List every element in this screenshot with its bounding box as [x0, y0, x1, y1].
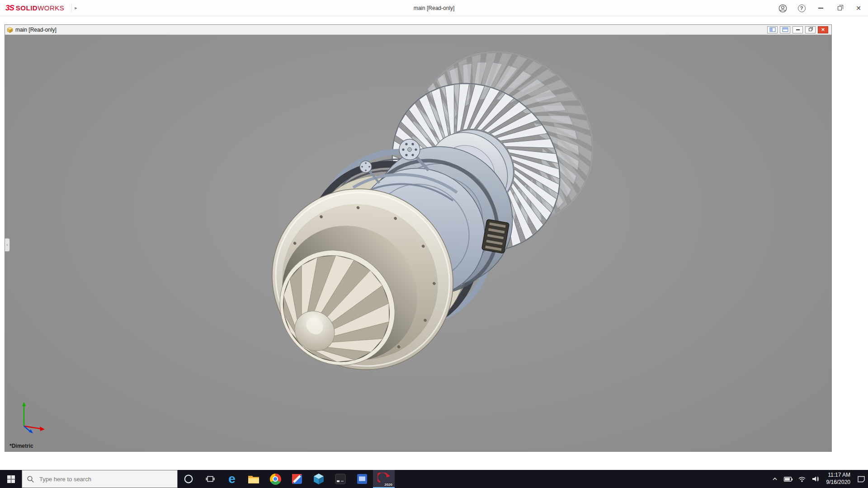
- split-window-icon: [782, 27, 788, 32]
- ds-logo-mark: 3S: [5, 4, 14, 13]
- help-icon: ?: [798, 5, 806, 12]
- z-axis-arrow: [29, 429, 33, 433]
- cortana-icon: [184, 474, 193, 484]
- tile-window-button[interactable]: [767, 26, 778, 33]
- help-button[interactable]: ?: [792, 0, 811, 16]
- edge-icon[interactable]: e: [221, 470, 243, 488]
- search-input[interactable]: [22, 470, 177, 488]
- chevron-up-icon: [771, 476, 778, 482]
- solidworks-version-badge: 2020: [384, 483, 392, 487]
- system-tray: 11:17 AM 9/16/2020: [768, 470, 868, 488]
- task-view-button[interactable]: [199, 470, 221, 488]
- view-orientation-label: *Dimetric: [9, 443, 33, 449]
- start-button[interactable]: [0, 470, 22, 488]
- user-icon: [778, 4, 787, 13]
- menu-flyout-arrow-icon[interactable]: ▸: [71, 4, 80, 12]
- doc-restore-icon: [809, 28, 812, 31]
- tray-date: 9/16/2020: [826, 479, 850, 486]
- app-icon-misc[interactable]: [286, 470, 308, 488]
- wifi-icon: [798, 475, 806, 483]
- x-axis-arrow: [40, 427, 45, 431]
- app-icon-blue[interactable]: [351, 470, 373, 488]
- orientation-triad: [15, 398, 53, 436]
- document-window-controls: ✕: [767, 26, 830, 33]
- part-document-icon: [7, 27, 13, 33]
- app-icon-dark[interactable]: [330, 470, 351, 488]
- cortana-button[interactable]: [178, 470, 199, 488]
- app-window-controls: ? ✕: [773, 0, 868, 16]
- folder-icon: [248, 474, 259, 484]
- action-center-icon: [857, 475, 865, 483]
- misc-app-icon: [292, 474, 302, 484]
- battery-tray-button[interactable]: [782, 470, 795, 488]
- network-tray-button[interactable]: [795, 470, 809, 488]
- cube-app-icon[interactable]: [308, 470, 330, 488]
- doc-minimize-button[interactable]: [793, 26, 803, 33]
- speaker-icon: [811, 475, 820, 483]
- solidworks-logo: 3S SOLIDWORKS: [0, 4, 64, 13]
- volume-tray-button[interactable]: [809, 470, 822, 488]
- casing-bracket: [481, 219, 509, 253]
- maximize-button[interactable]: [830, 0, 849, 16]
- minimize-icon: [818, 8, 823, 9]
- app-window-title: main [Read-only]: [414, 5, 455, 11]
- battery-icon: [783, 475, 793, 483]
- minimize-button[interactable]: [811, 0, 830, 16]
- document-titlebar[interactable]: main [Read-only] ✕: [5, 25, 831, 35]
- solidworks-taskbar-button[interactable]: 2020: [373, 470, 395, 488]
- doc-restore-button[interactable]: [805, 26, 816, 33]
- tray-time: 11:17 AM: [828, 472, 850, 479]
- blue-app-icon: [357, 474, 368, 484]
- graphics-area[interactable]: *Dimetric ‹: [5, 35, 831, 451]
- tile-window-icon: [769, 27, 776, 32]
- search-icon: [27, 475, 34, 483]
- split-window-button[interactable]: [780, 26, 790, 33]
- panel-flyout-tab[interactable]: ‹: [5, 238, 10, 252]
- user-account-button[interactable]: [773, 0, 792, 16]
- brand-name: SOLIDWORKS: [16, 4, 65, 12]
- document-window: main [Read-only] ✕: [5, 24, 832, 452]
- doc-close-button[interactable]: ✕: [818, 26, 828, 33]
- app-titlebar: 3S SOLIDWORKS ▸ main [Read-only] ? ✕: [0, 0, 868, 16]
- close-button[interactable]: ✕: [849, 0, 868, 16]
- cube-3d-icon: [313, 473, 324, 485]
- windows-taskbar: e: [0, 470, 868, 488]
- restore-icon: [838, 6, 842, 10]
- task-view-icon: [206, 475, 215, 483]
- tray-overflow-button[interactable]: [768, 470, 782, 488]
- taskbar-search[interactable]: [22, 470, 178, 488]
- file-explorer-icon[interactable]: [243, 470, 264, 488]
- chrome-icon[interactable]: [264, 470, 286, 488]
- dark-app-icon: [335, 474, 346, 484]
- taskbar-clock[interactable]: 11:17 AM 9/16/2020: [822, 472, 854, 486]
- document-title: main [Read-only]: [15, 27, 57, 33]
- action-center-button[interactable]: [854, 470, 868, 488]
- y-axis-arrow: [22, 402, 26, 406]
- windows-logo-icon: [7, 475, 15, 483]
- engine-model: [5, 35, 831, 451]
- doc-minimize-icon: [796, 29, 800, 30]
